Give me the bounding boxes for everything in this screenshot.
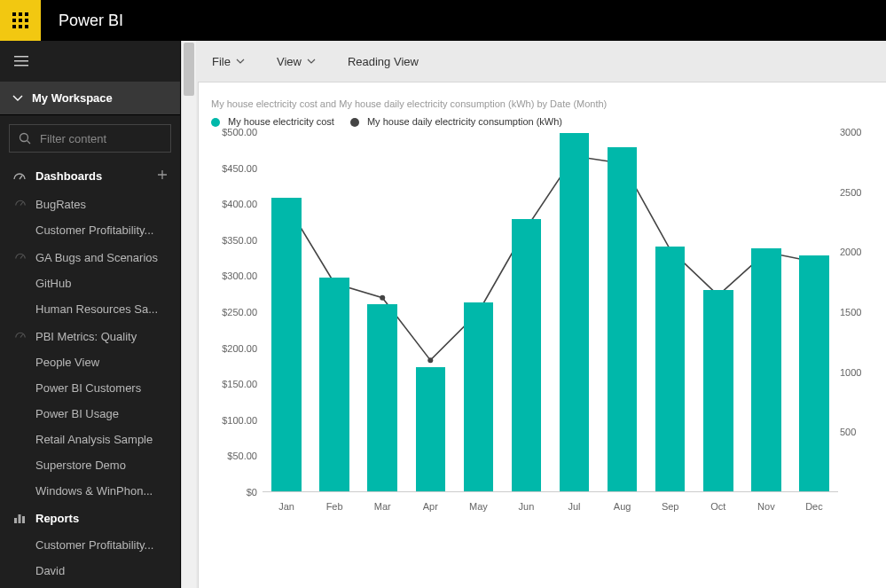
sidebar-item-label: Superstore Demo (35, 459, 126, 472)
sidebar-item-dashboard[interactable]: Retail Analysis Sample (0, 427, 180, 452)
svg-point-12 (20, 134, 28, 142)
app-launcher-button[interactable] (0, 0, 41, 41)
legend-series-2: My house daily electricity consumption (… (350, 116, 562, 127)
bar[interactable] (416, 367, 446, 491)
bar[interactable] (799, 255, 829, 491)
gauge-icon (12, 169, 27, 183)
svg-rect-9 (14, 56, 28, 58)
menubar: File View Reading View (196, 41, 886, 82)
bar[interactable] (367, 304, 397, 491)
workspace-selector[interactable]: My Workspace (0, 82, 180, 115)
sidebar-item-label: Power BI Customers (35, 381, 141, 395)
line-point[interactable] (380, 295, 385, 301)
sidebar-item-label: GA Bugs and Scenarios (35, 251, 158, 264)
menu-view-label: View (277, 55, 302, 68)
sidebar-item-dashboard[interactable]: GA Bugs and Scenarios (0, 243, 180, 270)
bar[interactable] (271, 198, 302, 491)
sidebar-item-dashboard[interactable]: GitHub (0, 270, 180, 296)
y-axis-tick: $500.00 (215, 127, 257, 137)
svg-rect-18 (14, 518, 17, 523)
line-point[interactable] (427, 357, 433, 363)
section-reports[interactable]: Reports (0, 504, 180, 532)
svg-line-13 (27, 141, 31, 145)
y-axis-tick: $300.00 (215, 270, 257, 281)
sidebar-item-label: People View (35, 356, 99, 369)
sidebar-scrollbar[interactable] (181, 41, 196, 588)
plot-area (263, 132, 838, 492)
bar[interactable] (703, 290, 733, 491)
sidebar-item-dashboard[interactable]: Windows & WinPhon... (0, 478, 180, 504)
svg-rect-8 (25, 25, 28, 28)
menu-reading-view[interactable]: Reading View (348, 55, 419, 68)
bar[interactable] (319, 278, 349, 491)
sidebar-item-dashboard[interactable]: Superstore Demo (0, 452, 180, 478)
legend-swatch-icon (211, 118, 220, 127)
menu-reading-label: Reading View (348, 55, 419, 68)
y-axis-tick: $250.00 (215, 307, 257, 318)
section-dashboards-label: Dashboards (35, 169, 102, 183)
x-axis-tick: Jul (568, 501, 581, 512)
bar[interactable] (464, 302, 494, 491)
chart[interactable]: $500.00$450.00$400.00$350.00$300.00$250.… (211, 132, 875, 514)
workspace-label: My Workspace (32, 91, 113, 105)
legend-s2-label: My house daily electricity consumption (… (367, 116, 562, 127)
section-dashboards[interactable]: Dashboards (0, 161, 180, 190)
bar[interactable] (655, 247, 686, 491)
bar[interactable] (560, 133, 590, 491)
sidebar-item-dashboard[interactable]: BugRates (0, 190, 180, 217)
sidebar-item-dashboard[interactable]: PBI Metrics: Quality (0, 322, 180, 349)
search-icon (19, 132, 31, 145)
bar[interactable] (608, 147, 638, 491)
sidebar-item-label: Windows & WinPhon... (35, 484, 153, 498)
svg-rect-5 (25, 19, 28, 22)
svg-rect-11 (14, 65, 28, 67)
chart-legend: My house electricity cost My house daily… (211, 116, 875, 127)
sidebar-item-dashboard[interactable]: Power BI Usage (0, 401, 180, 427)
scrollbar-thumb[interactable] (184, 43, 194, 96)
gauge-icon (14, 328, 28, 343)
bar[interactable] (512, 219, 542, 491)
filter-content-input[interactable]: Filter content (9, 124, 171, 153)
sidebar: My Workspace Filter content Dashboards B… (0, 41, 181, 588)
y-axis-tick: $150.00 (215, 379, 257, 389)
collapse-nav-button[interactable] (0, 41, 180, 82)
chart-title: My house electricity cost and My house d… (211, 98, 875, 109)
sidebar-item-dashboard[interactable]: Customer Profitability... (0, 217, 180, 243)
line-path (286, 156, 814, 360)
svg-line-17 (20, 334, 23, 338)
svg-rect-3 (12, 19, 16, 22)
menu-file-label: File (212, 55, 231, 68)
filter-placeholder: Filter content (40, 132, 106, 145)
y-axis-tick: $0 (215, 487, 257, 498)
x-axis-tick: Sep (662, 501, 679, 512)
sidebar-item-report[interactable]: David (0, 558, 180, 584)
gauge-icon (14, 249, 28, 264)
add-dashboard-button[interactable] (157, 169, 168, 183)
svg-line-16 (20, 255, 23, 259)
hamburger-icon (14, 56, 28, 67)
chevron-down-icon (307, 57, 316, 66)
sidebar-item-dashboard[interactable]: Power BI Customers (0, 375, 180, 401)
gauge-icon (14, 196, 28, 211)
y2-axis-tick: 3000 (840, 127, 875, 137)
svg-rect-20 (22, 516, 25, 523)
x-axis-tick: Nov (757, 501, 775, 512)
x-axis-tick: Apr (423, 501, 438, 512)
sidebar-item-label: Human Resources Sa... (35, 302, 158, 316)
chevron-down-icon (12, 93, 23, 104)
section-reports-label: Reports (35, 512, 79, 525)
topbar: Power BI (0, 0, 886, 41)
y-axis-tick: $350.00 (215, 235, 257, 246)
report-canvas[interactable]: My house electricity cost and My house d… (198, 82, 886, 588)
x-axis-tick: Feb (326, 501, 343, 512)
x-axis-tick: Aug (614, 501, 631, 512)
sidebar-item-dashboard[interactable]: People View (0, 349, 180, 375)
waffle-icon (12, 12, 28, 28)
sidebar-item-dashboard[interactable]: Human Resources Sa... (0, 296, 180, 322)
menu-file[interactable]: File (212, 55, 245, 68)
y-axis-tick: $100.00 (215, 415, 257, 426)
sidebar-item-report[interactable]: Customer Profitability... (0, 532, 180, 558)
menu-view[interactable]: View (277, 55, 316, 68)
legend-swatch-icon (350, 118, 359, 127)
bar[interactable] (751, 248, 781, 491)
